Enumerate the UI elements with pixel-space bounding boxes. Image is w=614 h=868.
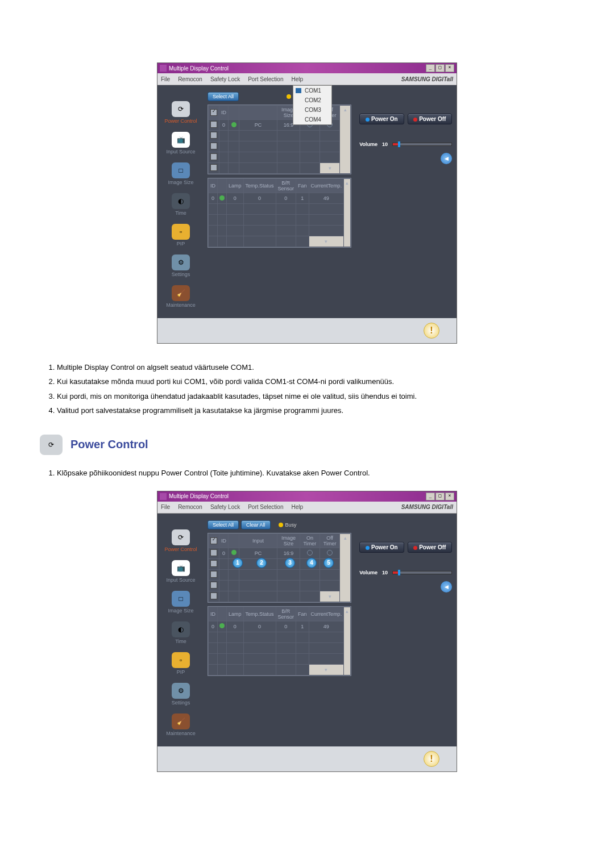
table-row[interactable]: [209, 632, 351, 642]
menu-file[interactable]: File: [161, 76, 170, 82]
menu-help[interactable]: Help: [291, 76, 303, 82]
menu-safety-lock[interactable]: Safety Lock: [210, 504, 240, 510]
center-panel: COM1 COM2 COM3 COM4 Select All Busy: [204, 85, 355, 318]
sidebar-item-time[interactable]: ◐ Time: [172, 193, 190, 216]
scrollbar-top[interactable]: ▴: [340, 533, 351, 602]
instruction-list-1: Multiple Display Control on algselt seat…: [40, 361, 574, 418]
table-row[interactable]: [209, 642, 351, 653]
volume-slider[interactable]: [392, 143, 452, 146]
table-row[interactable]: [209, 152, 351, 163]
status-dot-icon: [231, 550, 237, 555]
mute-icon[interactable]: ◀: [441, 153, 452, 164]
table-row[interactable]: [209, 569, 351, 580]
menu-remocon[interactable]: Remocon: [178, 504, 202, 510]
com-option-2[interactable]: COM2: [293, 95, 331, 105]
app-icon: [160, 65, 167, 72]
status-dot-icon: [231, 122, 237, 127]
section-title: Power Control: [70, 438, 148, 451]
menu-port-selection[interactable]: Port Selection: [248, 76, 283, 82]
col-id: ID: [209, 607, 218, 621]
power-on-button[interactable]: Power On: [359, 542, 404, 553]
cell-lamp: 0: [227, 193, 244, 204]
status-dot-icon: [219, 195, 225, 201]
col-check[interactable]: [209, 533, 219, 548]
row-checkbox[interactable]: [210, 549, 217, 556]
col-check[interactable]: [209, 106, 219, 120]
table-row[interactable]: [209, 653, 351, 664]
sidebar-item-input-source[interactable]: 📺 Input Source: [166, 132, 195, 155]
sidebar-item-image-size[interactable]: □ Image Size: [168, 162, 194, 185]
col-temp-status: Temp.Status: [243, 607, 276, 621]
section-icon: ⟳: [40, 435, 63, 455]
scrollbar-top[interactable]: ▴: [340, 106, 351, 174]
volume-value: 10: [382, 141, 388, 147]
minimize-button[interactable]: _: [426, 64, 435, 72]
row-checkbox[interactable]: [210, 121, 217, 128]
volume-row: Volume 10: [359, 570, 452, 575]
com-option-3[interactable]: COM3: [293, 105, 331, 115]
table-row[interactable]: 0 0 0 0 1 49: [209, 193, 351, 204]
table-row[interactable]: [209, 580, 351, 591]
table-row[interactable]: [209, 215, 351, 226]
cell-offtimer: [320, 548, 339, 558]
sidebar-label: Image Size: [168, 180, 194, 185]
sidebar-item-maintenance[interactable]: 🧹 Maintenance: [166, 285, 196, 308]
col-off-timer: Off Timer: [320, 533, 339, 548]
status-grid: ID Lamp Temp.Status B/R Sensor Fan Curre…: [208, 606, 351, 676]
col-current-temp: CurrentTemp.: [309, 607, 344, 621]
com-option-1[interactable]: COM1: [293, 86, 331, 95]
sidebar-item-power-control[interactable]: ⟳ Power Control: [165, 529, 197, 552]
table-row[interactable]: ▾: [209, 236, 351, 247]
maximize-button[interactable]: □: [435, 64, 445, 72]
volume-label: Volume: [359, 141, 377, 147]
table-row[interactable]: [209, 204, 351, 215]
sidebar-item-settings[interactable]: ⚙ Settings: [172, 683, 190, 706]
sidebar-item-input-source[interactable]: 📺 Input Source: [166, 560, 195, 583]
scrollbar-top[interactable]: ▴: [344, 179, 351, 247]
sidebar-item-pip[interactable]: ▫ PIP: [172, 224, 190, 247]
table-row[interactable]: [209, 226, 351, 236]
sidebar-item-power-control[interactable]: ⟳ Power Control: [165, 101, 197, 124]
col-id: ID: [219, 106, 229, 120]
menu-port-selection[interactable]: Port Selection: [248, 504, 283, 510]
mute-icon[interactable]: ◀: [441, 581, 452, 592]
pip-icon: ▫: [172, 652, 190, 668]
com-option-4[interactable]: COM4: [293, 115, 331, 124]
power-off-button[interactable]: Power Off: [408, 542, 452, 553]
power-on-button[interactable]: Power On: [359, 114, 404, 124]
table-row[interactable]: 0 PC 16:9: [209, 548, 351, 558]
menu-help[interactable]: Help: [291, 504, 303, 510]
table-row[interactable]: [209, 141, 351, 152]
port-selection-dropdown[interactable]: COM1 COM2 COM3 COM4: [293, 85, 332, 125]
volume-slider[interactable]: [392, 571, 452, 574]
table-row[interactable]: [209, 131, 351, 141]
maximize-button[interactable]: □: [435, 493, 445, 500]
table-row[interactable]: ▾: [209, 163, 351, 174]
table-row[interactable]: 0 0 0 0 1 49: [209, 621, 351, 632]
close-button[interactable]: ×: [445, 64, 454, 72]
callout-4: 4: [306, 558, 317, 568]
brand-logo: SAMSUNG DIGITall: [401, 76, 453, 82]
status-bar: !: [157, 746, 457, 771]
col-lamp: Lamp: [227, 179, 244, 193]
scrollbar-top[interactable]: ▴: [344, 607, 351, 675]
sidebar-item-image-size[interactable]: □ Image Size: [168, 591, 194, 614]
sidebar-item-pip[interactable]: ▫ PIP: [172, 652, 190, 675]
sidebar-item-maintenance[interactable]: 🧹 Maintenance: [166, 713, 196, 736]
table-row[interactable]: ▾: [209, 664, 351, 675]
sidebar-item-settings[interactable]: ⚙ Settings: [172, 254, 190, 277]
status-grid: ID Lamp Temp.Status B/R Sensor Fan Curre…: [208, 178, 351, 248]
cell-curr-temp: 49: [309, 193, 344, 204]
power-off-button[interactable]: Power Off: [408, 114, 452, 124]
table-row[interactable]: ▾: [209, 591, 351, 602]
menu-safety-lock[interactable]: Safety Lock: [210, 76, 240, 82]
clear-all-button[interactable]: Clear All: [241, 520, 271, 529]
menu-file[interactable]: File: [161, 504, 170, 510]
select-all-button[interactable]: Select All: [208, 92, 239, 101]
close-button[interactable]: ×: [445, 493, 454, 500]
sidebar-item-time[interactable]: ◐ Time: [172, 621, 190, 644]
cell-id: 0: [219, 120, 229, 131]
minimize-button[interactable]: _: [426, 493, 435, 500]
menu-remocon[interactable]: Remocon: [178, 76, 202, 82]
select-all-button[interactable]: Select All: [208, 520, 239, 529]
